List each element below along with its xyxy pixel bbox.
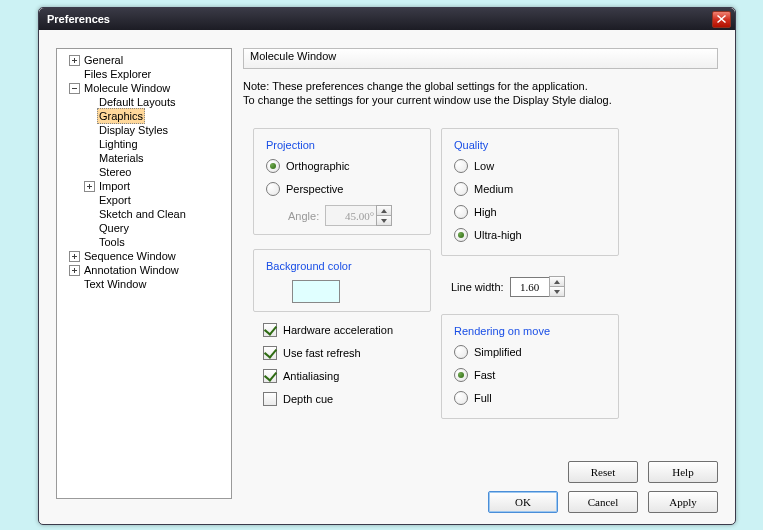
radio-icon <box>454 205 468 219</box>
angle-input <box>325 205 377 226</box>
radio-icon <box>454 345 468 359</box>
titlebar[interactable]: Preferences <box>39 8 735 30</box>
tree-item-query[interactable]: Query <box>59 221 229 235</box>
linewidth-label: Line width: <box>451 281 504 293</box>
tree-item-default-layouts[interactable]: Default Layouts <box>59 95 229 109</box>
radio-quality-medium[interactable]: Medium <box>454 182 606 196</box>
radio-icon <box>266 182 280 196</box>
tree-item-sketch-clean[interactable]: Sketch and Clean <box>59 207 229 221</box>
radio-quality-high[interactable]: High <box>454 205 606 219</box>
expand-icon[interactable] <box>69 55 80 66</box>
check-icon <box>263 392 277 406</box>
radio-icon <box>266 159 280 173</box>
tree-item-lighting[interactable]: Lighting <box>59 137 229 151</box>
check-antialiasing[interactable]: Antialiasing <box>263 369 393 383</box>
section-header: Molecule Window <box>243 48 718 69</box>
check-hw-accel[interactable]: Hardware acceleration <box>263 323 393 337</box>
radio-quality-low[interactable]: Low <box>454 159 606 173</box>
radio-rom-fast[interactable]: Fast <box>454 368 606 382</box>
check-icon <box>263 346 277 360</box>
tree-item-import[interactable]: Import <box>59 179 229 193</box>
chevron-down-icon <box>381 219 387 223</box>
radio-rom-full[interactable]: Full <box>454 391 606 405</box>
tree-item-molecule-window[interactable]: Molecule Window <box>59 81 229 95</box>
tree-item-materials[interactable]: Materials <box>59 151 229 165</box>
tree-item-text-window[interactable]: Text Window <box>59 277 229 291</box>
radio-perspective[interactable]: Perspective <box>266 182 418 196</box>
cancel-button[interactable]: Cancel <box>568 491 638 513</box>
radio-icon <box>454 368 468 382</box>
group-title-rom: Rendering on move <box>454 325 606 337</box>
tree-item-graphics[interactable]: Graphics <box>59 109 229 123</box>
rom-group: Rendering on move Simplified Fast Full <box>441 314 619 419</box>
group-title-bgcolor: Background color <box>266 260 418 272</box>
quality-group: Quality Low Medium High Ultra-high <box>441 128 619 256</box>
chevron-down-icon <box>554 290 560 294</box>
step-up[interactable] <box>550 277 564 286</box>
tree-item-display-styles[interactable]: Display Styles <box>59 123 229 137</box>
projection-group: Projection Orthographic Perspective Angl… <box>253 128 431 235</box>
radio-icon <box>454 159 468 173</box>
radio-rom-simplified[interactable]: Simplified <box>454 345 606 359</box>
tree-item-tools[interactable]: Tools <box>59 235 229 249</box>
preferences-window: Preferences General Files Explorer Molec… <box>38 7 736 525</box>
category-tree[interactable]: General Files Explorer Molecule Window D… <box>56 48 232 499</box>
check-icon <box>263 323 277 337</box>
help-button[interactable]: Help <box>648 461 718 483</box>
tree-item-sequence-window[interactable]: Sequence Window <box>59 249 229 263</box>
radio-icon <box>454 182 468 196</box>
step-down[interactable] <box>550 286 564 296</box>
window-title: Preferences <box>43 13 712 25</box>
radio-icon <box>454 391 468 405</box>
expand-icon[interactable] <box>84 181 95 192</box>
ok-button[interactable]: OK <box>488 491 558 513</box>
tree-item-export[interactable]: Export <box>59 193 229 207</box>
tree-item-general[interactable]: General <box>59 53 229 67</box>
linewidth-stepper[interactable] <box>549 276 565 297</box>
check-depth-cue[interactable]: Depth cue <box>263 392 393 406</box>
expand-icon[interactable] <box>69 251 80 262</box>
check-fast-refresh[interactable]: Use fast refresh <box>263 346 393 360</box>
tree-item-annotation-window[interactable]: Annotation Window <box>59 263 229 277</box>
bgcolor-group: Background color <box>253 249 431 312</box>
expand-icon[interactable] <box>69 265 80 276</box>
angle-field: Angle: <box>288 205 418 226</box>
chevron-up-icon <box>554 280 560 284</box>
note-text: Note: These preferences change the globa… <box>243 79 718 107</box>
check-icon <box>263 369 277 383</box>
tree-item-files-explorer[interactable]: Files Explorer <box>59 67 229 81</box>
reset-button[interactable]: Reset <box>568 461 638 483</box>
collapse-icon[interactable] <box>69 83 80 94</box>
chevron-up-icon <box>381 209 387 213</box>
bgcolor-swatch[interactable] <box>292 280 340 303</box>
angle-stepper <box>376 205 392 226</box>
tree-item-stereo[interactable]: Stereo <box>59 165 229 179</box>
linewidth-input[interactable] <box>510 277 550 297</box>
radio-quality-ultra[interactable]: Ultra-high <box>454 228 606 242</box>
apply-button[interactable]: Apply <box>648 491 718 513</box>
radio-icon <box>454 228 468 242</box>
group-title-quality: Quality <box>454 139 606 151</box>
close-icon[interactable] <box>712 11 731 28</box>
group-title-projection: Projection <box>266 139 418 151</box>
radio-orthographic[interactable]: Orthographic <box>266 159 418 173</box>
